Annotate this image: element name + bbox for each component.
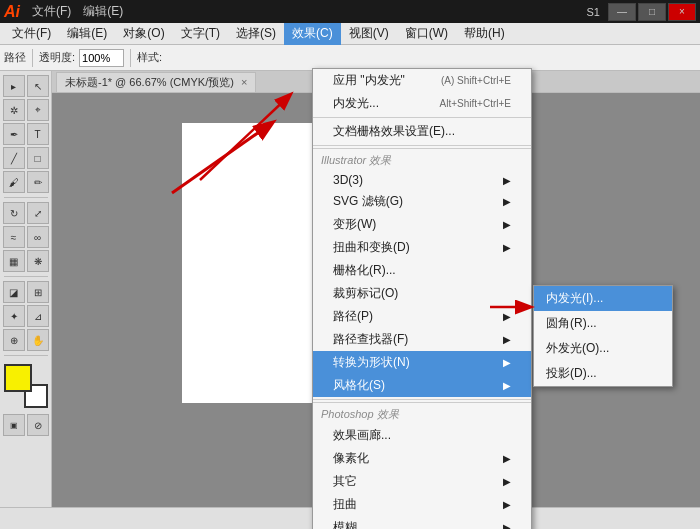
- title-bar-menu-file[interactable]: 文件(F): [26, 1, 77, 23]
- zoom-tool[interactable]: ⊕: [3, 329, 25, 351]
- gradient-tool[interactable]: ◪: [3, 281, 25, 303]
- menu-edit[interactable]: 编辑(E): [59, 23, 115, 45]
- tool-row-3: ✒ T: [3, 123, 49, 145]
- effect-menu: 应用 "内发光" (A) Shift+Ctrl+E 内发光... Alt+Shi…: [312, 68, 532, 529]
- rasterize-item[interactable]: 栅格化(R)...: [313, 259, 531, 282]
- inner-glow-submenu-item[interactable]: 内发光(I)...: [534, 286, 672, 311]
- distort-item[interactable]: 扭曲▶: [313, 493, 531, 516]
- tool-row-6: ↻ ⤢: [3, 202, 49, 224]
- doc-raster-settings-item[interactable]: 文档栅格效果设置(E)...: [313, 120, 531, 143]
- menu-window[interactable]: 窗口(W): [397, 23, 456, 45]
- hand-tool[interactable]: ✋: [27, 329, 49, 351]
- canvas-tab-close[interactable]: ×: [241, 76, 247, 88]
- distort-transform-item[interactable]: 扭曲和变换(D)▶: [313, 236, 531, 259]
- none-btn[interactable]: ⊘: [27, 414, 49, 436]
- menu-help[interactable]: 帮助(H): [456, 23, 513, 45]
- tool-row-10: ✦ ⊿: [3, 305, 49, 327]
- rotate-tool[interactable]: ↻: [3, 202, 25, 224]
- tool-row-12: ▣ ⊘: [3, 414, 49, 436]
- menu-sep-1: [313, 117, 531, 118]
- lasso-tool[interactable]: ⌖: [27, 99, 49, 121]
- blur-item[interactable]: 模糊▶: [313, 516, 531, 529]
- opacity-label: 透明度:: [39, 50, 75, 65]
- shape-tool[interactable]: □: [27, 147, 49, 169]
- symbol-tool[interactable]: ❋: [27, 250, 49, 272]
- foreground-color[interactable]: [4, 364, 32, 392]
- warp-item[interactable]: 变形(W)▶: [313, 213, 531, 236]
- menu-select[interactable]: 选择(S): [228, 23, 284, 45]
- tool-row-5: 🖌 ✏: [3, 171, 49, 193]
- svg-filter-item[interactable]: SVG 滤镜(G)▶: [313, 190, 531, 213]
- menu-effect[interactable]: 效果(C): [284, 23, 341, 45]
- tool-row-4: ╱ □: [3, 147, 49, 169]
- app-logo: Ai: [4, 3, 20, 21]
- crop-marks-item[interactable]: 裁剪标记(O): [313, 282, 531, 305]
- select-tool[interactable]: ▸: [3, 75, 25, 97]
- line-tool[interactable]: ╱: [3, 147, 25, 169]
- blend-tool[interactable]: ∞: [27, 226, 49, 248]
- minimize-button[interactable]: —: [608, 3, 636, 21]
- tool-row-11: ⊕ ✋: [3, 329, 49, 351]
- effect-gallery-item[interactable]: 效果画廊...: [313, 424, 531, 447]
- pen-tool[interactable]: ✒: [3, 123, 25, 145]
- column-graph-tool[interactable]: ▦: [3, 250, 25, 272]
- tool-sep-1: [4, 197, 48, 198]
- menu-object[interactable]: 对象(O): [115, 23, 172, 45]
- stylize-item[interactable]: 风格化(S)▶: [313, 374, 531, 397]
- warp-tool[interactable]: ≈: [3, 226, 25, 248]
- s1-badge: S1: [587, 6, 600, 18]
- style-label: 样式:: [137, 50, 162, 65]
- toolbox: ▸ ↖ ✲ ⌖ ✒ T ╱ □ 🖌 ✏ ↻ ⤢ ≈ ∞ ▦ ❋: [0, 71, 52, 507]
- title-bar-menu-edit[interactable]: 编辑(E): [77, 1, 129, 23]
- canvas-tab-label: 未标题-1* @ 66.67% (CMYK/预览): [65, 76, 234, 88]
- 3d-item[interactable]: 3D(3)▶: [313, 170, 531, 190]
- pixelate-item[interactable]: 像素化▶: [313, 447, 531, 470]
- stylize-submenu: 内发光(I)... 圆角(R)... 外发光(O)... 投影(D)...: [533, 285, 673, 387]
- tool-row-2: ✲ ⌖: [3, 99, 49, 121]
- toolbar2-sep2: [130, 49, 131, 67]
- tool-row-8: ▦ ❋: [3, 250, 49, 272]
- magic-wand-tool[interactable]: ✲: [3, 99, 25, 121]
- menu-sep-3: [313, 399, 531, 400]
- tool-sep-2: [4, 276, 48, 277]
- toolbar2-sep1: [32, 49, 33, 67]
- menu-type[interactable]: 文字(T): [173, 23, 228, 45]
- paintbrush-tool[interactable]: 🖌: [3, 171, 25, 193]
- inner-glow-item[interactable]: 内发光... Alt+Shift+Ctrl+E: [313, 92, 531, 115]
- pathfinder-item[interactable]: 路径查找器(F)▶: [313, 328, 531, 351]
- maximize-button[interactable]: □: [638, 3, 666, 21]
- apply-inner-glow-item[interactable]: 应用 "内发光" (A) Shift+Ctrl+E: [313, 69, 531, 92]
- scale-tool[interactable]: ⤢: [27, 202, 49, 224]
- opacity-input[interactable]: [79, 49, 124, 67]
- drop-shadow-item[interactable]: 投影(D)...: [534, 361, 672, 386]
- tool-row-9: ◪ ⊞: [3, 281, 49, 303]
- path-item[interactable]: 路径(P)▶: [313, 305, 531, 328]
- fill-stroke-toggle[interactable]: ▣: [3, 414, 25, 436]
- pencil-tool[interactable]: ✏: [27, 171, 49, 193]
- round-corners-item[interactable]: 圆角(R)...: [534, 311, 672, 336]
- other-item[interactable]: 其它▶: [313, 470, 531, 493]
- convert-shape-item[interactable]: 转换为形状(N)▶: [313, 351, 531, 374]
- menu-bar: 文件(F) 编辑(E) 对象(O) 文字(T) 选择(S) 效果(C) 视图(V…: [0, 23, 700, 45]
- tool-sep-3: [4, 355, 48, 356]
- title-bar: Ai 文件(F) 编辑(E) S1 — □ ×: [0, 0, 700, 23]
- menu-view[interactable]: 视图(V): [341, 23, 397, 45]
- eyedropper-tool[interactable]: ✦: [3, 305, 25, 327]
- outer-glow-item[interactable]: 外发光(O)...: [534, 336, 672, 361]
- mesh-tool[interactable]: ⊞: [27, 281, 49, 303]
- title-bar-buttons: — □ ×: [608, 3, 696, 21]
- color-boxes: [4, 364, 48, 408]
- menu-sep-2: [313, 145, 531, 146]
- tool-row-1: ▸ ↖: [3, 75, 49, 97]
- illustrator-effects-label: Illustrator 效果: [313, 148, 531, 170]
- path-label: 路径: [4, 50, 26, 65]
- menu-file[interactable]: 文件(F): [4, 23, 59, 45]
- tool-row-7: ≈ ∞: [3, 226, 49, 248]
- canvas-tab-title[interactable]: 未标题-1* @ 66.67% (CMYK/预览) ×: [56, 72, 256, 92]
- text-tool[interactable]: T: [27, 123, 49, 145]
- close-button[interactable]: ×: [668, 3, 696, 21]
- photoshop-effects-label: Photoshop 效果: [313, 402, 531, 424]
- measure-tool[interactable]: ⊿: [27, 305, 49, 327]
- direct-select-tool[interactable]: ↖: [27, 75, 49, 97]
